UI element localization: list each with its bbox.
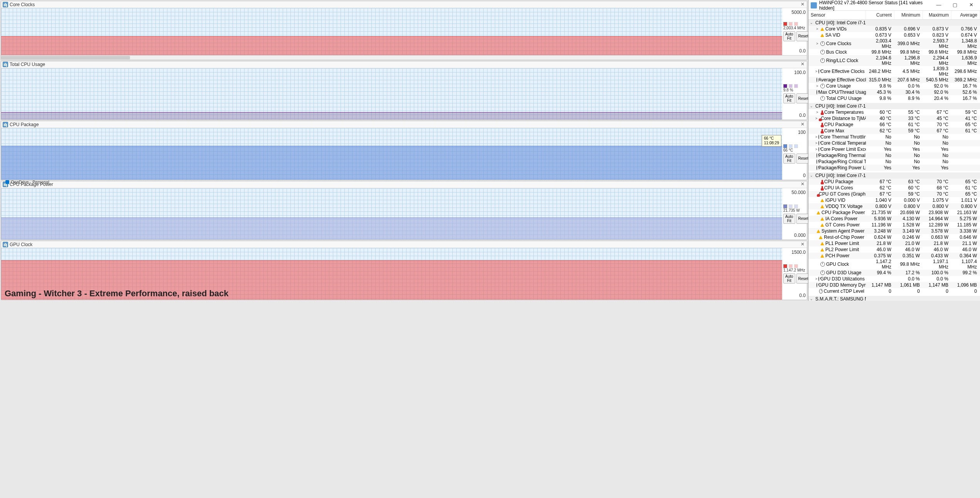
- expand-icon[interactable]: [815, 33, 819, 37]
- autofit-button[interactable]: Auto Fit: [783, 154, 795, 164]
- expand-icon[interactable]: [815, 198, 819, 202]
- expand-icon[interactable]: [815, 129, 819, 133]
- sensor-row[interactable]: Total CPU Usage9.8 %8.9 %20.4 %16.7 %: [808, 95, 980, 101]
- sensor-row[interactable]: >Core Thermal ThrottlingNoNoNo: [808, 134, 980, 140]
- close-icon[interactable]: ✕: [800, 242, 805, 247]
- expand-icon[interactable]: [815, 96, 819, 100]
- expand-icon[interactable]: ⌄: [810, 297, 813, 301]
- sensor-row[interactable]: GPU D3D Usage99.4 %17.2 %100.0 %99.2 %: [808, 270, 980, 276]
- expand-icon[interactable]: [815, 50, 819, 54]
- col-sensor[interactable]: Sensor: [808, 11, 866, 19]
- sensor-row[interactable]: Package/Ring Power Limit Exceed...YesYes…: [808, 165, 980, 171]
- sensor-row[interactable]: >Core Power Limit ExceededYesYesYes: [808, 146, 980, 152]
- sensor-row[interactable]: IA Cores Power5.936 W4.130 W14.964 W5.27…: [808, 216, 980, 222]
- sensor-row[interactable]: VDDQ TX Voltage0.800 V0.800 V0.800 V0.80…: [808, 203, 980, 209]
- reset-button[interactable]: Reset: [796, 214, 808, 224]
- minimize-button[interactable]: —: [932, 1, 945, 10]
- expand-icon[interactable]: [815, 241, 819, 245]
- expand-icon[interactable]: [815, 123, 819, 127]
- legend-swatch-dim[interactable]: [789, 22, 793, 26]
- legend-swatch[interactable]: [783, 84, 787, 88]
- expand-icon[interactable]: >: [815, 147, 817, 151]
- sensor-section[interactable]: ⌄CPU [#0]: Intel Core i7-1260P: [808, 20, 980, 26]
- scrollbar-thumb[interactable]: [1, 56, 130, 59]
- chart-plot[interactable]: [1, 248, 782, 300]
- sensor-row[interactable]: CPU Package67 °C63 °C70 °C65 °C: [808, 179, 980, 185]
- legend-swatch-dim[interactable]: [789, 144, 793, 148]
- legend-swatch[interactable]: [783, 22, 787, 26]
- sensor-row[interactable]: System Agent Power3.248 W3.149 W3.578 W3…: [808, 228, 980, 234]
- close-icon[interactable]: ✕: [800, 2, 805, 7]
- sensor-row[interactable]: Bus Clock99.8 MHz99.8 MHz99.8 MHz99.8 MH…: [808, 49, 980, 55]
- close-icon[interactable]: ✕: [800, 62, 805, 67]
- sensor-row[interactable]: Package/Ring Thermal ThrottlingNoNoNo: [808, 152, 980, 159]
- chart-titlebar[interactable]: CPU Package✕: [1, 121, 807, 128]
- sensor-row[interactable]: Current cTDP Level0000: [808, 288, 980, 294]
- expand-icon[interactable]: [815, 262, 819, 266]
- expand-icon[interactable]: [815, 289, 818, 293]
- sensor-row[interactable]: Max CPU/Thread Usage45.3 %30.4 %92.0 %52…: [808, 89, 980, 95]
- reset-button[interactable]: Reset: [796, 31, 808, 41]
- legend-swatch-dim[interactable]: [794, 22, 798, 26]
- sensor-row[interactable]: Rest-of-Chip Power0.624 W0.246 W0.663 W0…: [808, 234, 980, 240]
- sensor-row[interactable]: >Core VIDs0.835 V0.696 V0.873 V0.766 V: [808, 26, 980, 32]
- chart-plot[interactable]: [1, 8, 782, 55]
- sensor-row[interactable]: Core Max62 °C59 °C67 °C61 °C: [808, 128, 980, 134]
- sensor-section[interactable]: ⌄CPU [#0]: Intel Core i7-1260P: E...: [808, 172, 980, 179]
- close-icon[interactable]: ✕: [800, 122, 805, 127]
- expand-icon[interactable]: [815, 271, 819, 275]
- sensor-row[interactable]: CPU Package Power21.735 W20.698 W23.908 …: [808, 209, 980, 216]
- expand-icon[interactable]: [815, 186, 819, 190]
- legend-swatch-dim[interactable]: [794, 84, 798, 88]
- expand-icon[interactable]: ⌄: [810, 21, 813, 25]
- reset-button[interactable]: Reset: [796, 93, 808, 103]
- sensor-row[interactable]: GPU Clock1,147.2 MHz99.8 MHz1,197.1 MHz1…: [808, 259, 980, 270]
- expand-icon[interactable]: [815, 204, 819, 208]
- sensor-row[interactable]: Average Effective Clock315.0 MHz207.6 MH…: [808, 77, 980, 83]
- sensor-row[interactable]: iGPU VID1.040 V0.000 V1.075 V1.011 V: [808, 197, 980, 203]
- col-minimum[interactable]: Minimum: [894, 11, 923, 19]
- expand-icon[interactable]: ⌄: [810, 104, 813, 108]
- expand-icon[interactable]: >: [815, 141, 817, 145]
- chart-plot[interactable]: 66 °C11:08:29: [1, 128, 782, 180]
- close-button[interactable]: ✕: [965, 1, 978, 10]
- autofit-button[interactable]: Auto Fit: [783, 31, 795, 41]
- sensor-row[interactable]: >Core Critical TemperatureNoNoNo: [808, 140, 980, 146]
- chart-titlebar[interactable]: Core Clocks✕: [1, 1, 807, 8]
- sensor-row[interactable]: PL1 Power Limit21.8 W21.0 W21.8 W21.1 W: [808, 240, 980, 246]
- expand-icon[interactable]: [815, 248, 819, 252]
- expand-icon[interactable]: >: [815, 116, 817, 120]
- sensor-section[interactable]: ⌄CPU [#0]: Intel Core i7-1260P: ...: [808, 103, 980, 109]
- window-titlebar[interactable]: HWiNFO32 v7.26-4800 Sensor Status [141 v…: [808, 0, 980, 11]
- expand-icon[interactable]: [815, 235, 818, 239]
- sensor-body[interactable]: ⌄CPU [#0]: Intel Core i7-1260P>Core VIDs…: [808, 20, 980, 301]
- expand-icon[interactable]: [815, 254, 819, 258]
- expand-icon[interactable]: >: [815, 69, 817, 73]
- expand-icon[interactable]: >: [815, 42, 819, 46]
- expand-icon[interactable]: [815, 59, 819, 62]
- autofit-button[interactable]: Auto Fit: [783, 273, 795, 284]
- sensor-row[interactable]: >Core Effective Clocks248.2 MHz4.5 MHz1,…: [808, 66, 980, 77]
- col-average[interactable]: Average: [951, 11, 980, 19]
- legend-swatch[interactable]: [783, 144, 787, 148]
- expand-icon[interactable]: >: [815, 110, 819, 114]
- legend-swatch-dim[interactable]: [794, 264, 798, 268]
- expand-icon[interactable]: >: [815, 84, 819, 88]
- sensor-row[interactable]: Package/Ring Critical TemperatureNoNoNo: [808, 159, 980, 165]
- sensor-row[interactable]: >GPU D3D Utilizations0.0 %0.0 %: [808, 276, 980, 282]
- chart-titlebar[interactable]: CPU Package Power✕: [1, 181, 807, 188]
- chart-titlebar[interactable]: GPU Clock✕: [1, 241, 807, 248]
- sensor-row[interactable]: SA VID0.673 V0.653 V0.823 V0.674 V: [808, 32, 980, 38]
- expand-icon[interactable]: [815, 180, 819, 184]
- legend-swatch-dim[interactable]: [794, 144, 798, 148]
- autofit-button[interactable]: Auto Fit: [783, 214, 795, 224]
- horizontal-scrollbar[interactable]: [1, 55, 807, 60]
- maximize-button[interactable]: ▢: [948, 1, 961, 10]
- expand-icon[interactable]: [815, 223, 819, 227]
- legend-swatch[interactable]: [783, 204, 787, 208]
- col-current[interactable]: Current: [866, 11, 894, 19]
- expand-icon[interactable]: >: [815, 27, 819, 31]
- chart-plot[interactable]: [1, 68, 782, 120]
- autofit-button[interactable]: Auto Fit: [783, 93, 795, 103]
- col-maximum[interactable]: Maximum: [923, 11, 951, 19]
